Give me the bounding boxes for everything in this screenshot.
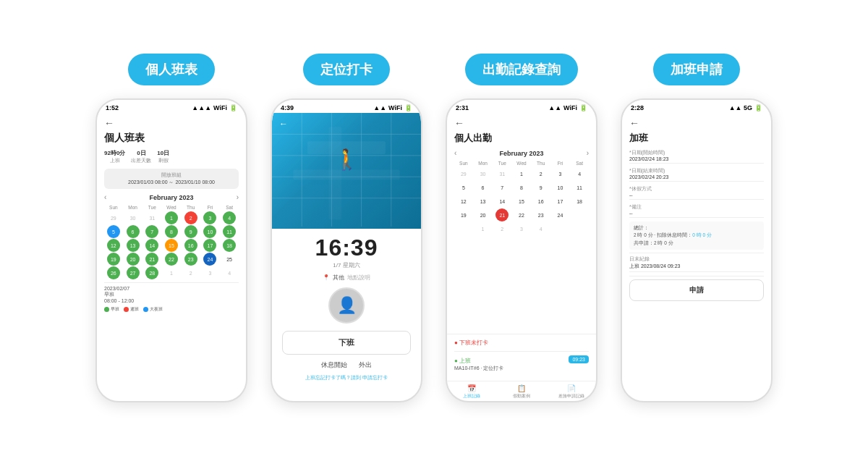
cal-day: 2 [184, 211, 197, 224]
punch-button[interactable]: 下班 [282, 331, 411, 355]
cal-day: 10 [203, 225, 216, 238]
section-attendance: 出勤記錄查詢 2:31 ▲▲ WiFi 🔋 ← 個人出勤 ‹ [446, 54, 597, 402]
cal-grid-3: Sun Mon Tue Wed Thu Fri Sat 29 30 31 1 2 [454, 160, 589, 235]
p1-bottom: 2023/02/07 早班 08:00 - 12:00 早班 遲班 [104, 282, 239, 313]
cal-day: 19 [457, 208, 470, 221]
status-bar-4: 2:28 ▲▲ 5G 🔋 [622, 100, 771, 113]
location-pin-icon: 📍 [323, 274, 330, 281]
status-bar-3: 2:31 ▲▲ WiFi 🔋 [447, 100, 596, 113]
cal-day: 5 [457, 181, 470, 194]
cal-header-3: ‹ February 2023 › [454, 149, 589, 157]
cal-day: 8 [515, 181, 528, 194]
svg-rect-10 [293, 169, 399, 180]
time-badge: 09:23 [569, 355, 589, 363]
cal-day: 29 [457, 167, 470, 180]
cal-day: 13 [127, 239, 140, 252]
p2-content: ← [272, 113, 421, 401]
cal-day: 4 [223, 211, 236, 224]
form-start-time: *日期(開始時間) 2023/02/24 18:23 [629, 149, 764, 164]
cal-day: 27 [127, 266, 140, 279]
main-container: 個人班表 1:52 ▲▲▲ WiFi 🔋 ← 個人班表 92時0分 [67, 32, 801, 424]
cal-day: 15 [515, 195, 528, 208]
cal-day: 14 [145, 239, 158, 252]
record-present: ● 上班 09:23 MA10-IT#6 · 定位打卡 [454, 354, 589, 372]
legend-1: 早班 遲班 大夜班 [104, 306, 239, 313]
calendar-1: ‹ February 2023 › Sun Mon Tue Wed Thu Fr… [104, 193, 239, 279]
back-btn-3[interactable]: ← [454, 117, 589, 129]
section-schedule: 個人班表 1:52 ▲▲▲ WiFi 🔋 ← 個人班表 92時0分 [95, 54, 247, 402]
cal-day: 3 [553, 167, 566, 180]
cal-day: 28 [145, 266, 158, 279]
phone-attendance: 2:31 ▲▲ WiFi 🔋 ← 個人出勤 ‹ February 2023 [446, 98, 597, 402]
tab-attendance-record[interactable]: 📅 上班記錄 [447, 384, 497, 400]
p1-stats: 92時0分 上班 0日 出差天數 10日 剩假 [104, 149, 239, 164]
apply-button[interactable]: 申請 [629, 279, 764, 301]
cal-day: 1 [515, 167, 528, 180]
cal-day: 20 [477, 208, 490, 221]
cal-day: 9 [184, 225, 197, 238]
p2-actions: 休息開始 外出 [282, 360, 411, 370]
cal-prev-1[interactable]: ‹ [104, 193, 106, 201]
p3-content: ← 個人出勤 ‹ February 2023 › Sun Mon Tue Wed [447, 113, 596, 331]
time-2: 4:39 [281, 104, 294, 111]
cal-day: 12 [107, 239, 120, 252]
back-btn-1[interactable]: ← [104, 117, 239, 129]
cal-day: 29 [107, 211, 120, 224]
cal-day: 6 [477, 181, 490, 194]
cal-day: 15 [165, 239, 178, 252]
cal-next-1[interactable]: › [237, 193, 239, 201]
cal-day: 3 [203, 211, 216, 224]
legend-night: 大夜班 [143, 306, 163, 313]
tab-leave-record[interactable]: 📋 假勤案例 [497, 384, 547, 400]
back-btn-4[interactable]: ← [629, 117, 764, 129]
cal-day: 7 [145, 225, 158, 238]
stat-leave: 10日 剩假 [157, 149, 169, 164]
phone-checkin: 4:39 ▲▲ WiFi 🔋 ← [271, 98, 422, 402]
legend-early: 早班 [104, 306, 119, 313]
cal-next-3[interactable]: › [587, 149, 589, 157]
cal-day [457, 222, 470, 235]
cal-day: 30 [127, 211, 140, 224]
cal-day: 12 [457, 195, 470, 208]
cal-day: 22 [165, 253, 178, 266]
cal-month-3: February 2023 [499, 150, 543, 157]
cal-day: 18 [573, 195, 586, 208]
out-button[interactable]: 外出 [359, 360, 372, 370]
time-1: 1:52 [106, 104, 119, 111]
cal-day: 1 [477, 222, 490, 235]
cal-day: 16 [184, 239, 197, 252]
break-button[interactable]: 休息開始 [321, 360, 347, 370]
avatar: 👤 [328, 287, 365, 324]
legend-late: 遲班 [124, 306, 139, 313]
cal-day: 22 [515, 208, 528, 221]
p2-link-action[interactable]: 申請忘打卡 [362, 375, 388, 380]
badge-overtime: 加班申請 [653, 54, 740, 85]
cal-day [573, 208, 586, 221]
cal-day: 30 [477, 167, 490, 180]
form-note: *備注 -- [629, 203, 764, 218]
cal-day: 21 [145, 253, 158, 266]
cal-day: 9 [535, 181, 548, 194]
p3-bottom: ● 下班未打卡 ● 上班 09:23 MA10-IT#6 · 定位打卡 [447, 334, 596, 381]
cal-day: 19 [107, 253, 120, 266]
map-area: ← [272, 113, 421, 229]
location-row: 📍 其他 地點說明 [323, 274, 370, 282]
cal-day: 2 [535, 167, 548, 180]
cal-day: 25 [223, 253, 236, 266]
status-bar-2: 4:39 ▲▲ WiFi 🔋 [272, 100, 421, 113]
cal-day: 10 [553, 181, 566, 194]
tab-trip-record[interactable]: 📄 差旅申請記錄 [546, 384, 596, 400]
stat-trip: 0日 出差天數 [131, 149, 151, 164]
cal-day: 24 [203, 253, 216, 266]
cal-day: 1 [165, 211, 178, 224]
calendar-3: ‹ February 2023 › Sun Mon Tue Wed Thu Fr… [454, 149, 589, 235]
cal-day: 11 [223, 225, 236, 238]
cal-day: 31 [495, 167, 509, 180]
p1-content: ← 個人班表 92時0分 上班 0日 出差天數 10日 剩假 [97, 113, 246, 401]
cal-prev-3[interactable]: ‹ [454, 149, 456, 157]
cal-day: 4 [535, 222, 548, 235]
cal-day: 2 [184, 266, 197, 279]
section-checkin: 定位打卡 4:39 ▲▲ WiFi 🔋 ← [271, 54, 422, 402]
p3-tabs: 📅 上班記錄 📋 假勤案例 📄 差旅申請記錄 [447, 381, 596, 401]
cal-day: 20 [127, 253, 140, 266]
